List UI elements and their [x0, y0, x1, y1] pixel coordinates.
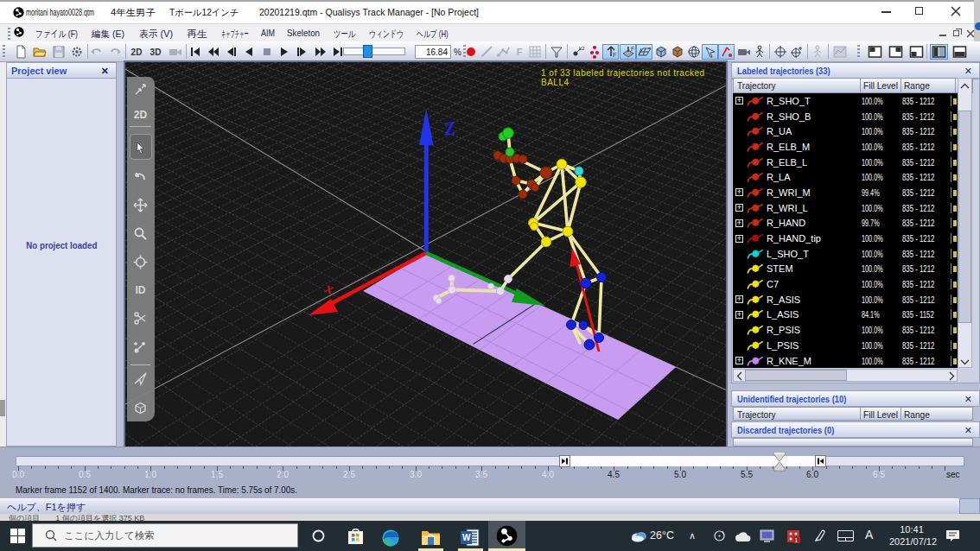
svg-text:F: F	[631, 46, 634, 52]
svg-text:L2: L2	[579, 46, 585, 51]
svg-text:1 of 33 labeled trajectories n: 1 of 33 labeled trajectories not tracked	[541, 68, 705, 78]
svg-text:F: F	[613, 52, 616, 58]
svg-text:BALL4: BALL4	[541, 78, 570, 87]
svg-text:1: 1	[795, 537, 799, 543]
svg-text:Z: Z	[442, 117, 457, 140]
svg-text:W: W	[462, 533, 471, 542]
